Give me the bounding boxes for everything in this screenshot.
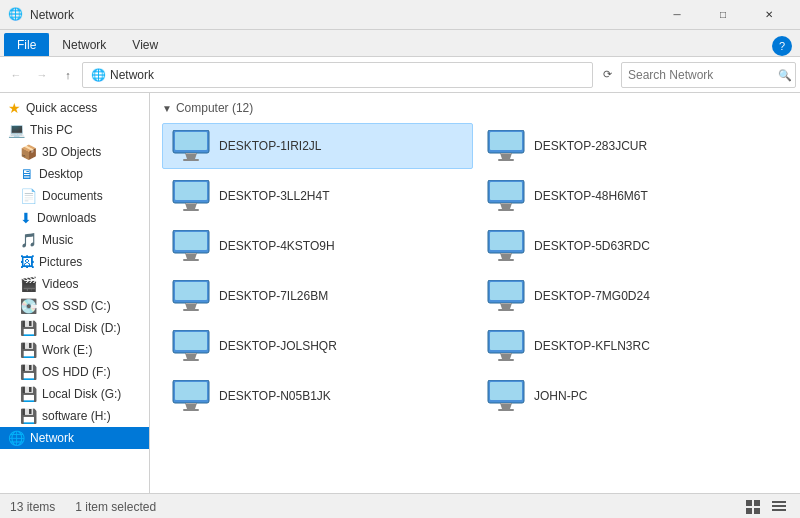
sidebar-local-disk-d-label: Local Disk (D:): [42, 321, 121, 335]
svg-rect-35: [501, 253, 511, 254]
title-bar: 🌐 Network ─ □ ✕: [0, 0, 800, 30]
sidebar-item-videos[interactable]: 🎬 Videos: [0, 273, 149, 295]
svg-rect-72: [746, 500, 752, 506]
computer-item[interactable]: DESKTOP-JOLSHQR: [162, 323, 473, 369]
svg-rect-28: [183, 259, 199, 261]
sidebar-this-pc-label: This PC: [30, 123, 73, 137]
computer-label: JOHN-PC: [534, 389, 587, 403]
svg-rect-58: [498, 359, 514, 361]
sidebar-os-hdd-f-label: OS HDD (F:): [42, 365, 111, 379]
music-icon: 🎵: [20, 232, 37, 248]
computer-item[interactable]: DESKTOP-7IL26BM: [162, 273, 473, 319]
svg-rect-29: [186, 253, 196, 254]
svg-rect-14: [175, 182, 207, 200]
sidebar-desktop-label: Desktop: [39, 167, 83, 181]
sidebar: ★ Quick access 💻 This PC 📦 3D Objects 🖥 …: [0, 93, 150, 493]
svg-rect-77: [772, 505, 786, 507]
back-button[interactable]: ←: [4, 63, 28, 87]
sidebar-quick-access-label: Quick access: [26, 101, 97, 115]
svg-rect-4: [183, 159, 199, 161]
computer-item[interactable]: DESKTOP-48H6M6T: [477, 173, 788, 219]
item-count: 13 items: [10, 500, 55, 514]
svg-rect-41: [186, 303, 196, 304]
section-header: ▼ Computer (12): [162, 101, 788, 115]
sidebar-item-work-e[interactable]: 💾 Work (E:): [0, 339, 149, 361]
view-details-button[interactable]: [768, 496, 790, 518]
computer-item[interactable]: DESKTOP-3LL2H4T: [162, 173, 473, 219]
status-bar: 13 items 1 item selected: [0, 493, 800, 518]
main-layout: ★ Quick access 💻 This PC 📦 3D Objects 🖥 …: [0, 93, 800, 493]
computer-label: DESKTOP-N05B1JK: [219, 389, 331, 403]
svg-rect-34: [498, 259, 514, 261]
search-wrapper: 🔍: [621, 62, 796, 88]
svg-rect-32: [490, 232, 522, 250]
computer-item[interactable]: DESKTOP-4KSTO9H: [162, 223, 473, 269]
refresh-button[interactable]: ⟳: [595, 63, 619, 87]
sidebar-work-e-label: Work (E:): [42, 343, 92, 357]
computer-item[interactable]: DESKTOP-7MG0D24: [477, 273, 788, 319]
sidebar-software-h-label: software (H:): [42, 409, 111, 423]
maximize-button[interactable]: □: [700, 0, 746, 30]
computer-item[interactable]: DESKTOP-5D63RDC: [477, 223, 788, 269]
address-input[interactable]: 🌐 Network: [82, 62, 593, 88]
sidebar-item-music[interactable]: 🎵 Music: [0, 229, 149, 251]
sidebar-music-label: Music: [42, 233, 73, 247]
sidebar-videos-label: Videos: [42, 277, 78, 291]
tab-view[interactable]: View: [119, 33, 171, 56]
view-large-icons-button[interactable]: [742, 496, 764, 518]
computer-icon: [486, 230, 526, 262]
computer-icon: [171, 380, 211, 412]
window-icon: 🌐: [8, 7, 24, 23]
forward-button[interactable]: →: [30, 63, 54, 87]
computer-icon: [486, 180, 526, 212]
disk-c-icon: 💽: [20, 298, 37, 314]
sidebar-item-quick-access[interactable]: ★ Quick access: [0, 97, 149, 119]
pictures-icon: 🖼: [20, 254, 34, 270]
computer-item[interactable]: DESKTOP-N05B1JK: [162, 373, 473, 419]
sidebar-item-3d-objects[interactable]: 📦 3D Objects: [0, 141, 149, 163]
sidebar-item-local-disk-g[interactable]: 💾 Local Disk (G:): [0, 383, 149, 405]
star-icon: ★: [8, 100, 21, 116]
sidebar-item-network[interactable]: 🌐 Network: [0, 427, 149, 449]
sidebar-item-desktop[interactable]: 🖥 Desktop: [0, 163, 149, 185]
sidebar-item-this-pc[interactable]: 💻 This PC: [0, 119, 149, 141]
computer-icon: [171, 230, 211, 262]
sidebar-item-pictures[interactable]: 🖼 Pictures: [0, 251, 149, 273]
view-controls: [742, 496, 790, 518]
computer-icon: [171, 280, 211, 312]
search-input[interactable]: [621, 62, 796, 88]
sidebar-downloads-label: Downloads: [37, 211, 96, 225]
svg-rect-23: [501, 203, 511, 204]
sidebar-item-os-hdd-f[interactable]: 💾 OS HDD (F:): [0, 361, 149, 383]
up-button[interactable]: ↑: [56, 63, 80, 87]
svg-rect-46: [498, 309, 514, 311]
disk-d-icon: 💾: [20, 320, 37, 336]
computer-label: DESKTOP-283JCUR: [534, 139, 647, 153]
sidebar-os-ssd-c-label: OS SSD (C:): [42, 299, 111, 313]
sidebar-item-documents[interactable]: 📄 Documents: [0, 185, 149, 207]
sidebar-item-local-disk-d[interactable]: 💾 Local Disk (D:): [0, 317, 149, 339]
svg-rect-64: [183, 409, 199, 411]
computer-label: DESKTOP-4KSTO9H: [219, 239, 335, 253]
sidebar-item-downloads[interactable]: ⬇ Downloads: [0, 207, 149, 229]
sidebar-item-software-h[interactable]: 💾 software (H:): [0, 405, 149, 427]
ribbon-tabs: File Network View ?: [0, 30, 800, 56]
computer-item[interactable]: DESKTOP-1IRI2JL: [162, 123, 473, 169]
selected-count: 1 item selected: [75, 500, 156, 514]
computer-icon: [486, 280, 526, 312]
tab-network[interactable]: Network: [49, 33, 119, 56]
tab-file[interactable]: File: [4, 33, 49, 56]
svg-rect-16: [183, 209, 199, 211]
sidebar-item-os-ssd-c[interactable]: 💽 OS SSD (C:): [0, 295, 149, 317]
svg-rect-38: [175, 282, 207, 300]
svg-rect-53: [186, 353, 196, 354]
search-button[interactable]: 🔍: [778, 68, 792, 81]
close-button[interactable]: ✕: [746, 0, 792, 30]
minimize-button[interactable]: ─: [654, 0, 700, 30]
computer-item[interactable]: DESKTOP-KFLN3RC: [477, 323, 788, 369]
computer-item[interactable]: DESKTOP-283JCUR: [477, 123, 788, 169]
computer-item[interactable]: JOHN-PC: [477, 373, 788, 419]
disk-e-icon: 💾: [20, 342, 37, 358]
help-button[interactable]: ?: [772, 36, 792, 56]
computer-icon: [486, 330, 526, 362]
